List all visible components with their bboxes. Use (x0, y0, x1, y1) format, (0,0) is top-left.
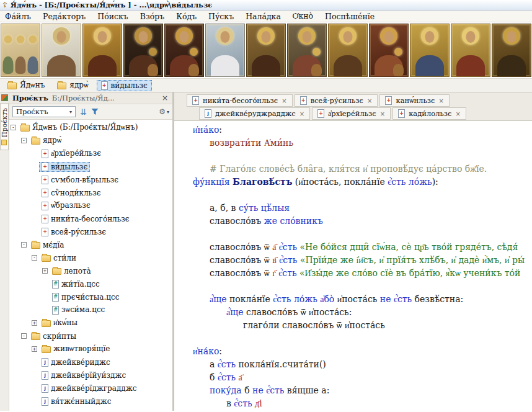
tree-item-label: прєчи́стыа.цсс (61, 293, 119, 302)
expand-all-button[interactable]: ⇊ (80, 108, 87, 116)
project-combo[interactable]: Проє́ктъ ▾ (12, 106, 76, 117)
menu-item[interactable]: Нала́дка (246, 12, 281, 21)
figure-shape (3, 56, 14, 74)
icon-theotokos-vladimir[interactable] (164, 24, 204, 77)
menu-item[interactable]: Фа́йлъ (5, 12, 31, 21)
menu-item[interactable]: По́искъ (97, 12, 128, 21)
tree-item[interactable]: +а҆рхїере́йльзє (9, 147, 172, 160)
tree-item[interactable]: -сти́ли (9, 251, 172, 264)
icon-christ-with-gospel[interactable] (328, 24, 368, 77)
tab-close-icon[interactable]: × (282, 97, 286, 104)
project-vertical-tab[interactable]: Проє́ктъ (0, 103, 9, 150)
icon-theotokos-red[interactable] (369, 24, 409, 77)
icon-theotokos-white-veil[interactable] (205, 24, 245, 77)
tab-close-icon[interactable]: × (367, 97, 372, 104)
icon-holy-trinity[interactable] (1, 24, 40, 77)
menu-item[interactable]: Ко́дъ (176, 12, 197, 21)
editor-tab[interactable]: ȷджейкве́руджрадджс× (199, 107, 310, 120)
tree-item[interactable]: +и҆кѡ́ны (9, 316, 172, 329)
tree-item[interactable]: ȷджейкве́рїйуи́зджс (9, 369, 172, 382)
js-file-icon: ȷ (42, 384, 48, 393)
tree-item[interactable]: +ники́та-бесого́нльзє (9, 212, 172, 225)
tab-close-icon[interactable]: × (438, 97, 443, 104)
menu-item[interactable]: Поспѣше́нїе (325, 12, 375, 21)
icon-christ-enthroned[interactable] (451, 24, 490, 77)
tree-item[interactable]: +всея̑-ру́сильзє (9, 225, 172, 238)
panel-close-button[interactable]: × (161, 94, 169, 102)
menu-item[interactable]: Реда́кторъ (43, 12, 86, 21)
tree-item[interactable]: -Я́дѡнъ (Б:/Проє́кты/Я́дѡнъ) (9, 121, 172, 134)
child-figure-shape (148, 64, 158, 76)
code-token: : (219, 125, 222, 135)
icon-holy-face-on-cloth[interactable] (42, 24, 81, 77)
menu-item[interactable]: Пу́скъ (208, 12, 234, 21)
code-line: поку́да б не є҆́сть вя́щше а: (174, 384, 532, 397)
tab-close-icon[interactable]: × (299, 110, 304, 117)
menu-item[interactable]: Взо́ръ (140, 12, 164, 21)
editor-tab[interactable]: +а҆рхїере́йльзє× (312, 107, 391, 120)
editor-tab[interactable]: +всея̑-ру́сильзє× (295, 94, 378, 107)
menu-item[interactable]: Ѻ҆кно̀ (293, 11, 313, 21)
editor-tab[interactable]: +канѡ́нльзє× (379, 94, 449, 107)
tree-item[interactable]: ȷджейкве́риджс (9, 356, 172, 369)
breadcrumb-tab[interactable]: Я́дѡнъ (3, 79, 49, 91)
icon-christ-pantocrator-blue[interactable] (410, 24, 450, 77)
editor-tab[interactable]: +кади́лользє× (392, 107, 466, 120)
code-editor[interactable]: и҆на́ко:возврати́ти А҆ми́нь# Глаго́лє сл… (174, 121, 532, 411)
settings-gear-button[interactable]: ⚙ ▾ (159, 107, 169, 116)
code-line: а, б, в су́ть цѣ́лыя (174, 202, 532, 215)
code-line: # Глаго́лє слове́сѣ бла̑га, кля́тся и҆ п… (174, 163, 532, 176)
code-token: возврати́ти (210, 138, 261, 148)
expand-expander-icon[interactable]: + (32, 346, 37, 352)
figure-shape (88, 55, 117, 77)
tree-item[interactable]: #прєчи́стыа.цсс (9, 290, 172, 303)
collapse-expander-icon[interactable]: - (21, 138, 27, 143)
code-line: б є҆́сть в҃і (174, 410, 532, 411)
face-shape (57, 31, 66, 43)
tree-item[interactable]: ȷвя́тжє́нныйджс (9, 395, 172, 408)
icon-christ-dark-gold[interactable] (492, 24, 531, 77)
collapse-expander-icon[interactable]: - (21, 242, 27, 248)
tree-item[interactable]: +ѡ҆́бразльзє (9, 199, 172, 212)
icon-theotokos-dark[interactable] (123, 24, 163, 77)
icon-christ-pantocrator-brown[interactable] (246, 24, 286, 77)
breadcrumb-bar: Я́дѡнъядрѡ̀+ви́дыльзє (0, 79, 532, 92)
breadcrumb-tab-label: Я́дѡнъ (20, 81, 45, 90)
tree-item[interactable]: +сѵмбол-вѣ́рыльзє (9, 173, 172, 186)
code-token: ло́жь (294, 294, 317, 304)
collapse-expander-icon[interactable]: - (11, 125, 16, 130)
icon-christ-pantocrator-gold[interactable] (82, 24, 122, 77)
code-line: славосло́въ ѿ г҃ є҆́сть «И҆зы́де же сло́… (174, 267, 532, 280)
breadcrumb-tab[interactable]: ядрѡ̀ (53, 79, 92, 91)
expand-expander-icon[interactable]: + (42, 268, 48, 274)
expand-expander-icon[interactable]: + (32, 320, 37, 326)
panel-title: Проє́ктъ (12, 94, 48, 102)
collapse-expander-icon[interactable]: - (32, 255, 37, 261)
tree-item[interactable]: -мє́дїа (9, 238, 172, 251)
tree-item-label: жи́тїа.цсс (61, 280, 100, 289)
tree-item[interactable]: +живѡтворя́щїе (9, 343, 172, 356)
halo-icon (29, 35, 37, 43)
code-line: возврати́ти А҆ми́нь (174, 137, 532, 150)
tree-item[interactable]: #жи́тїа.цсс (9, 277, 172, 290)
tree-item[interactable]: ȷджейкве́рїджградджс (9, 382, 172, 395)
filter-button[interactable] (91, 108, 99, 115)
tree-item-label: джейкве́риджс (51, 358, 110, 367)
folder-icon (2, 140, 7, 145)
code-token: сло́вникъ (280, 216, 322, 226)
tree-item[interactable]: #зѡси́ма.цсс (9, 303, 172, 316)
tree-item[interactable]: +ви́дыльзє (9, 160, 172, 173)
tab-close-icon[interactable]: × (380, 110, 385, 117)
icon-theotokos-unfading-flower[interactable] (287, 24, 327, 77)
tree-item-label: вя́тжє́нныйджс (51, 397, 111, 406)
editor-tab[interactable]: +ники́та-бесого́нльзє× (187, 94, 293, 107)
collapse-expander-icon[interactable]: - (21, 333, 27, 339)
tree-item[interactable]: -ядрѡ̀ (9, 134, 172, 147)
tree-item[interactable]: +лепота̀ (9, 264, 172, 277)
projects-strip-icon[interactable] (1, 94, 8, 101)
tree-item[interactable]: -скри́пты (9, 329, 172, 343)
tree-item[interactable]: +сѷноди́кльзє (9, 186, 172, 199)
breadcrumb-tab[interactable]: +ви́дыльзє (97, 80, 152, 91)
tab-close-icon[interactable]: × (455, 110, 460, 117)
code-token: фу́нкцїя (193, 177, 230, 187)
